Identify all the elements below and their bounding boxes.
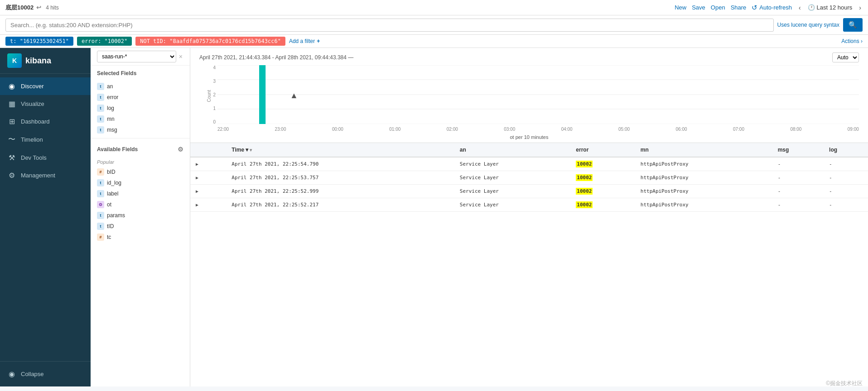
chart-x-axis: 22:00 23:00 00:00 01:00 02:00 03:00 04:0… (217, 126, 859, 134)
share-button[interactable]: Share (731, 4, 747, 11)
actions-button[interactable]: Actions › (841, 38, 863, 44)
sidebar-item-discover[interactable]: ◉ Discover (0, 77, 91, 95)
msg-cell-0: - (772, 157, 824, 171)
top-bar: 底层10002 ↩ 4 hits New Save Open Share ↺ A… (0, 0, 868, 15)
sidebar-item-devtools[interactable]: ⚒ Dev Tools (0, 149, 91, 167)
sidebar-item-visualize[interactable]: ▦ Visualize (0, 95, 91, 113)
expand-cell-2[interactable]: ▶ (190, 185, 226, 198)
x-label-23: 23:00 (275, 127, 286, 132)
nav-prev-button[interactable]: ‹ (797, 4, 802, 11)
th-an[interactable]: an (454, 143, 571, 157)
search-input[interactable] (5, 19, 774, 32)
time-cell-1: April 27th 2021, 22:25:53.757 (226, 171, 454, 185)
filter-tag-2[interactable]: NOT tID: "8aafdfa075736a7c0176cd15b7643c… (135, 37, 285, 46)
field-id_log-label: id_log (107, 180, 121, 186)
available-fields-list: # bID t id_log t label ⊙ ot t params t t… (91, 167, 190, 243)
y-label-4: 4 (213, 65, 216, 70)
selected-fields-list: t an t error t log t mn t msg (91, 81, 190, 135)
th-expand (190, 143, 226, 157)
main-content: April 27th 2021, 21:44:43.384 - April 28… (190, 48, 868, 386)
y-label-3: 3 (213, 79, 216, 84)
field-log[interactable]: t log (91, 103, 190, 114)
th-mn[interactable]: mn (635, 143, 772, 157)
field-tc[interactable]: # tc (91, 232, 190, 243)
log-cell-1: - (824, 171, 868, 185)
field-label[interactable]: t label (91, 188, 190, 199)
sidebar-item-management[interactable]: ⚙ Management (0, 167, 91, 184)
sidebar-collapse-button[interactable]: ◉ Collapse (0, 365, 91, 383)
th-msg[interactable]: msg (772, 143, 824, 157)
field-id_log[interactable]: t id_log (91, 177, 190, 188)
title-text: 底层10002 (5, 4, 34, 12)
field-bID[interactable]: # bID (91, 167, 190, 177)
available-fields-section: Available Fields ⚙ (91, 141, 190, 157)
field-tID[interactable]: t tID (91, 221, 190, 232)
y-label-0: 0 (213, 119, 216, 124)
field-label-label: label (107, 191, 118, 197)
timelion-icon: 〜 (7, 135, 16, 144)
visualize-icon: ▦ (7, 100, 16, 108)
th-error[interactable]: error (570, 143, 635, 157)
expand-cell-3[interactable]: ▶ (190, 198, 226, 212)
field-params[interactable]: t params (91, 210, 190, 221)
date-range: April 27th 2021, 21:44:43.384 - April 28… (199, 54, 353, 61)
results-table: Time ▾ an error mn msg log ▶ April 27th … (190, 143, 868, 212)
mn-cell-0: httpApiPostProxy (635, 157, 772, 171)
nav-next-button[interactable]: › (858, 4, 863, 11)
interval-select[interactable]: Auto (832, 52, 859, 62)
field-error[interactable]: t error (91, 92, 190, 103)
field-ot[interactable]: ⊙ ot (91, 199, 190, 210)
field-mn[interactable]: t mn (91, 114, 190, 124)
fields-settings-icon[interactable]: ⚙ (178, 146, 183, 153)
field-an[interactable]: t an (91, 81, 190, 92)
page-title: 底层10002 ↩ 4 hits (5, 4, 59, 12)
field-type-t-error: t (97, 94, 104, 101)
x-label-08: 08:00 (790, 127, 801, 132)
main-layout: K kibana ◉ Discover ▦ Visualize ⊞ Dashbo… (0, 48, 868, 386)
dashboard-icon: ⊞ (7, 117, 16, 126)
sidebar-item-timelion[interactable]: 〜 Timelion (0, 130, 91, 149)
undo-icon[interactable]: ↩ (36, 4, 41, 11)
error-cell-2: 10002 (570, 185, 635, 198)
field-ot-label: ot (107, 201, 111, 208)
collapse-icon: ◉ (7, 370, 16, 378)
field-msg[interactable]: t msg (91, 124, 190, 135)
msg-cell-2: - (772, 185, 824, 198)
new-button[interactable]: New (675, 4, 686, 11)
x-label-02: 02:00 (447, 127, 458, 132)
filter-tag-0[interactable]: t: "1619235302451" (5, 37, 73, 46)
sidebar-item-devtools-label: Dev Tools (21, 154, 47, 161)
an-cell-1: Service Layer (454, 171, 571, 185)
expand-cell-0[interactable]: ▶ (190, 157, 226, 171)
left-panel: saas-run-* × Selected Fields t an t erro… (91, 48, 190, 386)
th-log[interactable]: log (824, 143, 868, 157)
chart-collapse-button[interactable]: ▲ (290, 91, 298, 100)
expand-cell-1[interactable]: ▶ (190, 171, 226, 185)
autorefresh-button[interactable]: ↺ Auto-refresh (752, 4, 792, 12)
x-label-03: 03:00 (504, 127, 515, 132)
th-time[interactable]: Time ▾ (226, 143, 454, 157)
index-reset-button[interactable]: × (178, 52, 183, 61)
filter-tag-1[interactable]: error: "10002" (77, 37, 132, 46)
x-label-06: 06:00 (676, 127, 687, 132)
index-select[interactable]: saas-run-* (97, 51, 176, 62)
open-button[interactable]: Open (711, 4, 725, 11)
error-cell-3: 10002 (570, 198, 635, 212)
add-filter-button[interactable]: Add a filter + (289, 38, 320, 44)
sidebar-item-dashboard[interactable]: ⊞ Dashboard (0, 113, 91, 130)
field-log-label: log (107, 105, 114, 111)
kibana-logo-text: kibana (25, 56, 51, 66)
search-bar: Uses lucene query syntax 🔍 (0, 15, 868, 35)
field-bID-label: bID (107, 169, 116, 175)
field-error-label: error (107, 94, 118, 100)
search-button[interactable]: 🔍 (843, 18, 863, 32)
an-cell-2: Service Layer (454, 185, 571, 198)
save-button[interactable]: Save (692, 4, 705, 11)
field-type-clock-ot: ⊙ (97, 201, 104, 208)
an-cell-3: Service Layer (454, 198, 571, 212)
index-selector: saas-run-* × (91, 48, 190, 66)
last-time[interactable]: 🕐 Last 12 hours (808, 4, 853, 11)
an-cell-0: Service Layer (454, 157, 571, 171)
msg-cell-3: - (772, 198, 824, 212)
autorefresh-label: Auto-refresh (759, 4, 792, 11)
